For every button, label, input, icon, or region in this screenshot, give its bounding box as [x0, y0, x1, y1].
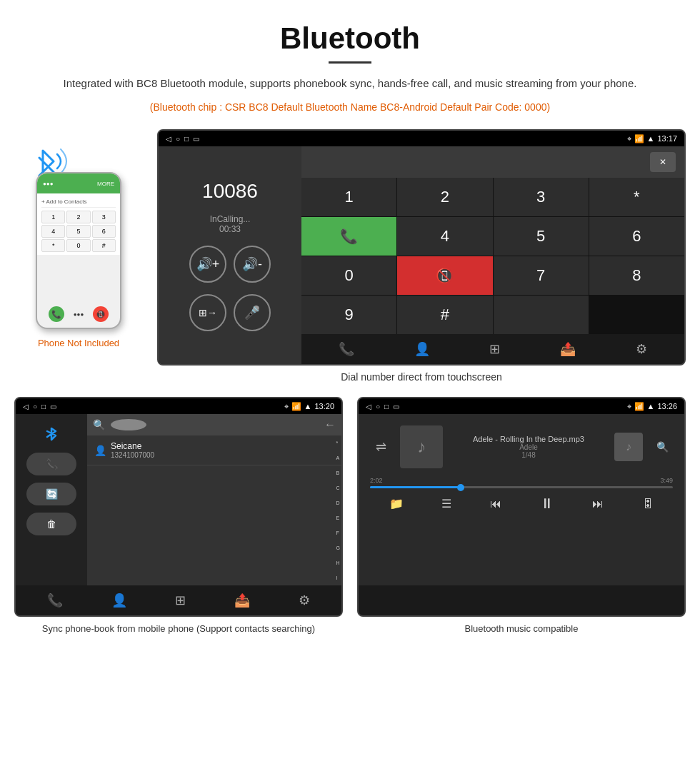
- key-2[interactable]: 2: [397, 178, 492, 216]
- play-pause-button[interactable]: ⏸: [540, 495, 554, 512]
- call-end-button[interactable]: 📵: [397, 256, 492, 295]
- dialpad-nav-icon[interactable]: ⊞: [489, 341, 500, 357]
- bottom-section: ◁ ○ □ ▭ ⌖ 📶 ▲ 13:20: [0, 397, 700, 635]
- contact-number: 13241007000: [111, 451, 154, 459]
- call-accept-button[interactable]: 📞: [301, 217, 396, 256]
- pb-contacts-nav[interactable]: 👤: [111, 593, 127, 608]
- music-signal-icon: 📶: [634, 402, 644, 411]
- key-4[interactable]: 4: [397, 217, 492, 256]
- phonebook-nav-bar: 📞 👤 ⊞ 📤 ⚙: [16, 585, 341, 615]
- key-9[interactable]: 9: [301, 296, 396, 334]
- phone-not-included-label: Phone Not Included: [38, 338, 119, 348]
- call-sidebar-button[interactable]: 📞: [26, 453, 76, 475]
- phone-key-hash: #: [92, 239, 116, 252]
- title-underline: [329, 61, 371, 64]
- mute-button[interactable]: 🎤: [234, 294, 271, 331]
- volume-down-button[interactable]: 🔊-: [234, 246, 271, 283]
- phone-numpad: 1 2 3 4 5 6 * 0 #: [41, 211, 116, 252]
- music-loc-icon: ⌖: [627, 402, 631, 411]
- phonebook-screen: ◁ ○ □ ▭ ⌖ 📶 ▲ 13:20: [14, 397, 343, 617]
- phone-mockup-body: + Add to Contacts 1 2 3 4 5 6 * 0 #: [37, 193, 120, 255]
- top-section: ●●● MORE + Add to Contacts 1 2 3 4 5 6 *…: [0, 122, 700, 397]
- prev-track-button[interactable]: ⏮: [490, 498, 501, 510]
- music-progress-fill: [370, 486, 461, 488]
- phonebook-status-bar: ◁ ○ □ ▭ ⌖ 📶 ▲ 13:20: [16, 398, 341, 414]
- phone-key-6: 6: [92, 225, 116, 238]
- call-sidebar-icon: 📞: [46, 458, 58, 470]
- music-time: 13:26: [657, 402, 677, 410]
- music-search-icon[interactable]: 🔍: [651, 436, 673, 458]
- key-hash[interactable]: #: [397, 296, 492, 334]
- phone-key-1: 1: [41, 211, 65, 223]
- shuffle-icon[interactable]: ⇌: [370, 436, 391, 458]
- back-icon: ◁: [166, 135, 171, 143]
- pb-wifi-icon: ▲: [304, 402, 312, 410]
- page-title: Bluetooth: [43, 21, 657, 56]
- notification-icon: ▭: [193, 135, 199, 143]
- pb-settings-nav[interactable]: ⚙: [299, 593, 310, 608]
- phonebook-item: ◁ ○ □ ▭ ⌖ 📶 ▲ 13:20: [14, 397, 343, 635]
- volume-up-icon: 🔊+: [196, 256, 220, 272]
- pb-notif-icon: ▭: [50, 403, 56, 410]
- pb-signal-icon: 📶: [291, 402, 301, 411]
- key-7[interactable]: 7: [494, 256, 589, 295]
- alpha-h: H: [336, 560, 340, 565]
- playlist-button[interactable]: ☰: [441, 497, 451, 510]
- pb-dialpad-nav[interactable]: ⊞: [175, 593, 186, 608]
- phone-column: ●●● MORE + Add to Contacts 1 2 3 4 5 6 *…: [14, 129, 143, 348]
- contact-row[interactable]: 👤 Seicane 13241007000: [87, 435, 341, 465]
- key-star[interactable]: *: [589, 178, 684, 216]
- status-left: ◁ ○ □ ▭: [166, 135, 199, 143]
- delete-sidebar-icon: 🗑: [46, 518, 56, 530]
- phone-bottom-bar: 📞 ●●● 📵: [37, 306, 120, 322]
- pb-status-left: ◁ ○ □ ▭: [23, 403, 56, 410]
- pb-transfer-nav[interactable]: 📤: [234, 593, 250, 608]
- music-status-bar: ◁ ○ □ ▭ ⌖ 📶 ▲ 13:26: [359, 398, 684, 414]
- transfer-nav-icon[interactable]: 📤: [560, 341, 576, 357]
- page-header: Bluetooth Integrated with BC8 Bluetooth …: [0, 0, 700, 122]
- music-status-right: ⌖ 📶 ▲ 13:26: [627, 402, 677, 411]
- bluetooth-sidebar-icon[interactable]: [26, 423, 76, 445]
- music-track-name: Adele - Rolling In the Deep.mp3: [451, 435, 606, 443]
- key-5[interactable]: 5: [494, 217, 589, 256]
- phone-nav-icon[interactable]: 📞: [339, 341, 354, 357]
- volume-up-button[interactable]: 🔊+: [189, 246, 226, 283]
- wifi-icon: ▲: [647, 134, 655, 143]
- phonebook-caption: Sync phone-book from mobile phone (Suppo…: [14, 623, 343, 635]
- pb-phone-nav[interactable]: 📞: [47, 593, 63, 608]
- equalizer-button[interactable]: 🎛: [642, 498, 654, 510]
- bluetooth-specs: (Bluetooth chip : CSR BC8 Default Blueto…: [43, 99, 657, 115]
- dial-screen: 10086 InCalling... 00:33 🔊+ 🔊-: [159, 146, 684, 364]
- bluetooth-icon: [43, 425, 60, 443]
- key-1[interactable]: 1: [301, 178, 396, 216]
- settings-nav-icon[interactable]: ⚙: [636, 341, 647, 357]
- music-album-row: ⇌ ♪ Adele - Rolling In the Deep.mp3 Adel…: [370, 425, 673, 468]
- music-recents-icon: □: [384, 403, 389, 410]
- pb-back-icon: ◁: [23, 403, 29, 410]
- next-track-button[interactable]: ⏭: [592, 498, 604, 510]
- music-home-icon: ○: [376, 403, 380, 410]
- dial-info-panel: 10086 InCalling... 00:33 🔊+ 🔊-: [159, 146, 301, 364]
- contacts-nav-icon[interactable]: 👤: [414, 341, 430, 357]
- key-3[interactable]: 3: [494, 178, 589, 216]
- music-player: ⇌ ♪ Adele - Rolling In the Deep.mp3 Adel…: [359, 414, 684, 585]
- key-0[interactable]: 0: [301, 256, 396, 295]
- alphabet-index: * A B C D E F G H I: [336, 435, 340, 585]
- delete-sidebar-button[interactable]: 🗑: [26, 513, 76, 535]
- dial-status-text: InCalling... 00:33: [210, 214, 251, 234]
- pb-recents-icon: □: [41, 403, 46, 410]
- sync-sidebar-icon: 🔄: [46, 488, 58, 500]
- music-progress-bar[interactable]: [370, 486, 673, 488]
- transfer-button[interactable]: ⊞→: [189, 294, 226, 331]
- alpha-b: B: [336, 470, 340, 475]
- sync-sidebar-button[interactable]: 🔄: [26, 483, 76, 505]
- call-accept-icon: 📞: [340, 228, 358, 245]
- key-6[interactable]: 6: [589, 217, 684, 256]
- album-art-main: ♪: [400, 425, 443, 468]
- pb-status-right: ⌖ 📶 ▲ 13:20: [284, 402, 334, 411]
- key-8[interactable]: 8: [589, 256, 684, 295]
- alpha-c: C: [336, 485, 340, 490]
- folder-button[interactable]: 📁: [389, 497, 404, 510]
- backspace-button[interactable]: ✕: [650, 152, 676, 172]
- phone-mockup-header: ●●● MORE: [37, 173, 120, 193]
